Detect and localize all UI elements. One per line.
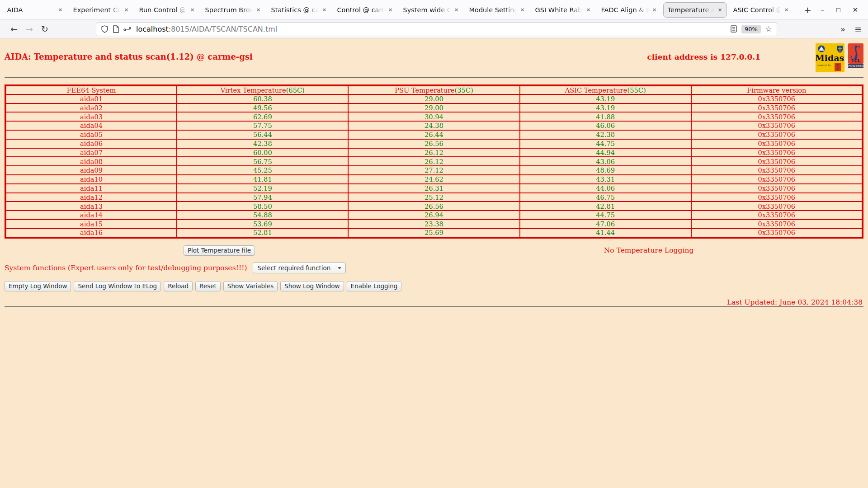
page-title: AIDA: Temperature and status scan(1.12) … xyxy=(5,52,253,61)
col-header-virtex: Virtex Temperature(65C) xyxy=(177,85,348,94)
table-row: aida1041.8124.6243.310x3350706 xyxy=(5,175,863,184)
fee64-name-cell: aida14 xyxy=(5,211,177,220)
browser-tab[interactable]: GSI White Rabbit✕ xyxy=(531,2,595,18)
reload-button[interactable]: Reload xyxy=(164,281,193,291)
overflow-menu-icon[interactable]: » xyxy=(840,24,845,34)
tab-close-icon[interactable]: ✕ xyxy=(454,7,459,13)
logos: Midas powered by TCL POWERED xyxy=(816,43,863,72)
tab-label: Statistics @ carm xyxy=(271,6,320,14)
col-header-label: Firmware version xyxy=(747,86,806,94)
psu-temp-cell: 25.12 xyxy=(348,193,519,202)
tab-label: ASIC Control @ c xyxy=(733,6,782,14)
table-row: aida0856.7526.1243.060x3350706 xyxy=(5,157,863,166)
asic-temp-cell: 42.38 xyxy=(520,130,691,139)
back-icon[interactable]: ← xyxy=(6,24,22,34)
browser-tab[interactable]: System wide Che✕ xyxy=(399,2,463,18)
browser-tab[interactable]: AIDA✕ xyxy=(3,2,67,18)
tab-close-icon[interactable]: ✕ xyxy=(586,7,591,13)
firmware-cell: 0x3350706 xyxy=(691,130,863,139)
midas-logo: Midas powered by xyxy=(816,43,844,72)
fee64-name-cell: aida01 xyxy=(5,94,177,103)
asic-temp-cell: 43.31 xyxy=(520,175,691,184)
maximize-button[interactable]: □ xyxy=(836,7,840,13)
reader-mode-icon[interactable] xyxy=(731,25,737,33)
psu-temp-cell: 27.12 xyxy=(348,166,519,175)
asic-temp-cell: 42.81 xyxy=(520,202,691,211)
tab-close-icon[interactable]: ✕ xyxy=(58,7,63,13)
tab-bar: AIDA✕Experiment Contr✕Run Control @ ca✕S… xyxy=(0,0,868,20)
new-tab-button[interactable]: + xyxy=(800,5,815,15)
col-header-suffix: (65C) xyxy=(286,86,305,94)
app-menu-icon[interactable]: ≡ xyxy=(854,24,862,34)
tab-label: Module Settings xyxy=(469,6,518,14)
table-row: aida0556.4426.4442.380x3350706 xyxy=(5,130,863,139)
shield-icon[interactable] xyxy=(101,25,108,33)
zoom-level-badge[interactable]: 90% xyxy=(741,25,761,33)
tab-close-icon[interactable]: ✕ xyxy=(784,7,789,13)
browser-tab[interactable]: Experiment Contr✕ xyxy=(69,2,133,18)
table-row: aida0457.7524.3846.060x3350706 xyxy=(5,121,863,130)
browser-tab[interactable]: Spectrum Brows✕ xyxy=(201,2,265,18)
col-header-psu: PSU Temperature(35C) xyxy=(348,85,519,94)
browser-tab[interactable]: Control @ carme✕ xyxy=(333,2,397,18)
virtex-temp-cell: 62.69 xyxy=(177,112,348,121)
browser-tab[interactable]: Statistics @ carm✕ xyxy=(267,2,331,18)
enable-logging-button[interactable]: Enable Logging xyxy=(347,281,402,291)
tab-close-icon[interactable]: ✕ xyxy=(388,7,393,13)
asic-temp-cell: 44.94 xyxy=(520,148,691,157)
minimize-button[interactable]: – xyxy=(821,6,825,14)
close-window-button[interactable]: ✕ xyxy=(852,6,858,14)
fee64-name-cell: aida07 xyxy=(5,148,177,157)
psu-temp-cell: 29.00 xyxy=(348,94,519,103)
col-header-suffix: (55C) xyxy=(627,86,646,94)
page-info-icon[interactable] xyxy=(113,25,119,33)
forward-icon[interactable]: → xyxy=(22,24,37,34)
tab-close-icon[interactable]: ✕ xyxy=(256,7,261,13)
reset-button[interactable]: Reset xyxy=(195,281,221,291)
firmware-cell: 0x3350706 xyxy=(691,121,863,130)
table-row: aida1652.8125.6941.440x3350706 xyxy=(5,229,863,238)
browser-tab[interactable]: Module Settings✕ xyxy=(465,2,529,18)
tab-label: Temperature and xyxy=(668,6,716,14)
permissions-icon[interactable] xyxy=(123,26,132,32)
bookmark-star-icon[interactable]: ☆ xyxy=(765,24,772,33)
virtex-temp-cell: 41.81 xyxy=(177,175,348,184)
firmware-cell: 0x3350706 xyxy=(691,184,863,193)
show-log-window-button[interactable]: Show Log Window xyxy=(280,281,344,291)
browser-tab[interactable]: Run Control @ ca✕ xyxy=(135,2,199,18)
table-row: aida1257.9425.1246.750x3350706 xyxy=(5,193,863,202)
virtex-temp-cell: 57.94 xyxy=(177,193,348,202)
tab-close-icon[interactable]: ✕ xyxy=(124,7,129,13)
url-bar[interactable]: localhost:8015/AIDA/TSCAN/TSCAN.tml 90% … xyxy=(96,22,777,36)
plot-row: Plot Temperature file No Temperature Log… xyxy=(5,245,863,256)
midas-logo-subtext: powered by xyxy=(817,64,830,67)
firmware-cell: 0x3350706 xyxy=(691,175,863,184)
tab-close-icon[interactable]: ✕ xyxy=(520,7,525,13)
tab-close-icon[interactable]: ✕ xyxy=(190,7,195,13)
reload-icon[interactable]: ↻ xyxy=(37,24,52,34)
col-header-firmware: Firmware version xyxy=(691,85,863,94)
virtex-temp-cell: 52.81 xyxy=(177,229,348,238)
function-select[interactable]: Select required function xyxy=(253,263,346,273)
browser-tab[interactable]: ASIC Control @ c✕ xyxy=(729,2,793,18)
fee64-name-cell: aida12 xyxy=(5,193,177,202)
logging-status: No Temperature Logging xyxy=(604,246,694,254)
tab-close-icon[interactable]: ✕ xyxy=(652,7,657,13)
browser-tab[interactable]: Temperature and✕ xyxy=(663,2,727,18)
virtex-temp-cell: 53.69 xyxy=(177,220,348,229)
col-header-label: PSU Temperature xyxy=(395,86,454,94)
browser-tab[interactable]: FADC Align & Co✕ xyxy=(597,2,661,18)
asic-temp-cell: 44.75 xyxy=(520,139,691,148)
plot-temperature-button[interactable]: Plot Temperature file xyxy=(184,245,255,256)
show-variables-button[interactable]: Show Variables xyxy=(223,281,278,291)
tab-close-icon[interactable]: ✕ xyxy=(718,7,722,13)
url-text[interactable]: localhost:8015/AIDA/TSCAN/TSCAN.tml xyxy=(136,25,731,33)
virtex-temp-cell: 45.25 xyxy=(177,166,348,175)
table-row: aida1152.1926.3144.060x3350706 xyxy=(5,184,863,193)
tab-close-icon[interactable]: ✕ xyxy=(322,7,327,13)
empty-log-window-button[interactable]: Empty Log Window xyxy=(5,281,71,291)
psu-temp-cell: 26.44 xyxy=(348,130,519,139)
send-log-to-elog-button[interactable]: Send Log Window to ELog xyxy=(74,281,161,291)
tcl-logo-powered-text: POWERED xyxy=(848,64,863,67)
psu-temp-cell: 24.38 xyxy=(348,121,519,130)
